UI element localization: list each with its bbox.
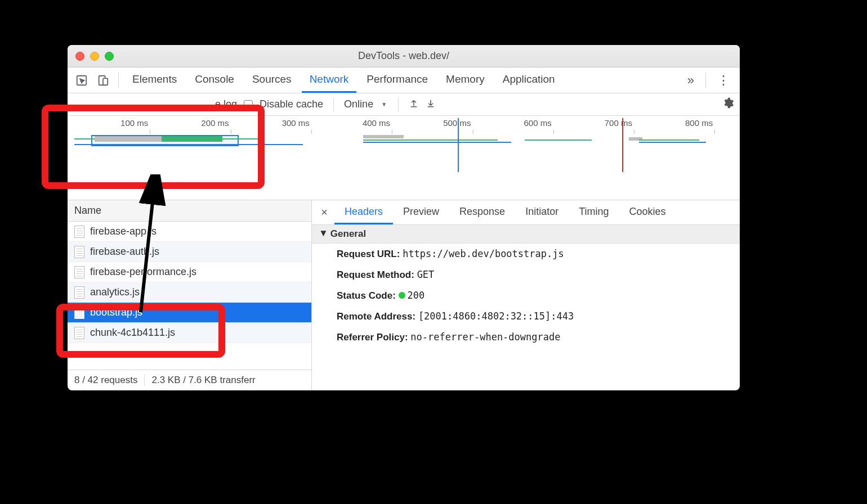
request-detail-pane: × Headers Preview Response Initiator Tim… [312, 200, 740, 390]
throttling-select[interactable]: Online [344, 98, 388, 110]
timeline-overview[interactable]: 100 ms 200 ms 300 ms 400 ms 500 ms 600 m… [68, 116, 740, 200]
detail-tabs: × Headers Preview Response Initiator Tim… [312, 200, 740, 225]
timeline-tick: 100 ms [120, 118, 148, 128]
upload-har-icon[interactable] [409, 98, 419, 111]
tab-elements[interactable]: Elements [124, 68, 185, 93]
file-icon [74, 286, 84, 299]
tab-application[interactable]: Application [495, 68, 563, 93]
devtools-window: DevTools - web.dev/ Elements Console Sou… [68, 45, 740, 390]
request-row[interactable]: firebase-performance.js [68, 262, 311, 282]
file-icon [74, 246, 84, 258]
kv-request-method: Request Method: GET [312, 264, 740, 285]
timeline-tick: 600 ms [524, 118, 551, 128]
column-name[interactable]: Name [68, 200, 311, 222]
timeline-tick: 300 ms [282, 118, 310, 128]
devtools-menu-icon[interactable]: ⋮ [712, 73, 735, 88]
timeline-tick: 400 ms [363, 118, 390, 128]
request-row[interactable]: chunk-4c1b4111.js [68, 323, 311, 343]
file-icon [74, 307, 84, 319]
timeline-tick: 800 ms [685, 118, 713, 128]
detail-tab-timing[interactable]: Timing [569, 200, 619, 224]
file-icon [74, 226, 84, 238]
tab-sources[interactable]: Sources [244, 68, 300, 93]
download-har-icon[interactable] [426, 98, 436, 111]
file-icon [74, 327, 84, 339]
device-toolbar-icon[interactable] [93, 71, 113, 90]
disable-cache-checkbox[interactable] [244, 100, 253, 109]
request-row[interactable]: firebase-app.js [68, 222, 311, 242]
section-general[interactable]: ▼General [312, 225, 740, 244]
tab-memory[interactable]: Memory [438, 68, 493, 93]
status-requests: 8 / 42 requests [74, 375, 137, 386]
disclosure-triangle-icon: ▼ [319, 228, 328, 239]
timeline-tick: 200 ms [201, 118, 229, 128]
timeline-tick: 700 ms [605, 118, 632, 128]
tab-network[interactable]: Network [302, 68, 357, 93]
tab-console[interactable]: Console [187, 68, 242, 93]
window-title: DevTools - web.dev/ [68, 50, 740, 62]
status-transfer: 2.3 KB / 7.6 KB transferr [151, 375, 255, 386]
kv-remote-address: Remote Address: [2001:4860:4802:32::15]:… [312, 306, 740, 327]
panel-tabs: Elements Console Sources Network Perform… [68, 68, 740, 93]
request-row-selected[interactable]: bootstrap.js [68, 303, 311, 323]
detail-tab-headers[interactable]: Headers [334, 200, 393, 224]
detail-tab-initiator[interactable]: Initiator [515, 200, 569, 224]
kv-request-url: Request URL: https://web.dev/bootstrap.j… [312, 244, 740, 264]
tabs-overflow-button[interactable]: » [682, 73, 700, 88]
status-bar: 8 / 42 requests 2.3 KB / 7.6 KB transfer… [68, 370, 311, 390]
detail-tab-cookies[interactable]: Cookies [619, 200, 676, 224]
svg-rect-2 [103, 78, 108, 85]
request-split-pane: Name firebase-app.js firebase-auth.js fi… [68, 200, 740, 390]
titlebar: DevTools - web.dev/ [68, 45, 740, 68]
status-dot-icon [399, 292, 405, 299]
kv-referrer-policy: Referrer Policy: no-referrer-when-downgr… [312, 327, 740, 348]
detail-tab-response[interactable]: Response [449, 200, 515, 224]
close-detail-button[interactable]: × [314, 206, 334, 219]
kv-status-code: Status Code: 200 [312, 285, 740, 306]
detail-tab-preview[interactable]: Preview [393, 200, 449, 224]
inspect-element-icon[interactable] [72, 71, 91, 90]
network-settings-icon[interactable] [722, 97, 734, 112]
timeline-waterfall [68, 133, 740, 166]
preserve-log-label-partial: e log [215, 98, 237, 110]
request-row[interactable]: firebase-auth.js [68, 242, 311, 262]
tab-performance[interactable]: Performance [359, 68, 436, 93]
request-list-pane: Name firebase-app.js firebase-auth.js fi… [68, 200, 312, 390]
disable-cache-label: Disable cache [260, 98, 323, 110]
network-toolbar: e log Disable cache Online [68, 93, 740, 116]
request-list: firebase-app.js firebase-auth.js firebas… [68, 222, 311, 370]
file-icon [74, 266, 84, 278]
request-row[interactable]: analytics.js [68, 282, 311, 303]
